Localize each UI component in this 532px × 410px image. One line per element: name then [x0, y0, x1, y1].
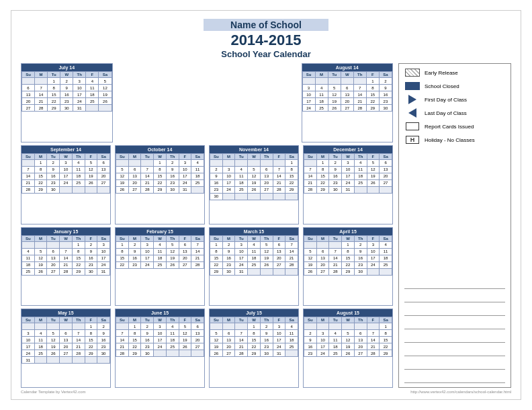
- calendar-day: 13: [316, 255, 329, 261]
- day-header: Su: [210, 317, 223, 323]
- day-header: Tu: [141, 153, 154, 159]
- calendar-day: 7: [72, 330, 85, 337]
- calendar-april-15: April 15SuMTuWThFSa123456789101112131415…: [303, 227, 393, 306]
- calendar-day: 8: [128, 330, 141, 337]
- calendar-day: [22, 78, 35, 85]
- day-header: Tu: [47, 317, 60, 323]
- calendar-row-4: May 15SuMTuWThFSa12345678910111213141516…: [21, 309, 393, 388]
- calendar-day: [353, 78, 366, 85]
- day-header: Th: [354, 153, 367, 159]
- calendar-day: 17: [342, 173, 355, 179]
- calendar-day: 1: [34, 159, 47, 166]
- calendar-header: October 14: [116, 146, 204, 153]
- calendar-grid: SuMTuWThFSa12345678910111213141516171819…: [21, 235, 110, 276]
- calendar-day: [99, 105, 112, 112]
- calendar-grid: SuMTuWThFSa12345678910111213141516171819…: [304, 235, 392, 276]
- calendar-day: 26: [166, 261, 179, 268]
- calendar-day: [248, 193, 261, 200]
- calendar-day: [235, 323, 248, 330]
- calendar-day: 6: [222, 330, 235, 337]
- calendar-day: 25: [86, 98, 99, 105]
- calendar-day: 2: [329, 159, 342, 166]
- calendar-day: 25: [154, 261, 167, 268]
- calendar-day: 23: [260, 343, 273, 350]
- calendar-day: 23: [304, 350, 317, 357]
- day-header: M: [128, 153, 141, 159]
- calendar-day: 6: [128, 166, 141, 173]
- day-header: Tu: [141, 317, 154, 323]
- calendar-day: 21: [60, 261, 73, 268]
- calendar-day: 25: [235, 186, 248, 193]
- legend-line-3: [404, 306, 505, 316]
- calendar-day: 19: [328, 98, 341, 105]
- calendar-day: 11: [166, 330, 179, 337]
- calendar-day: 22: [85, 343, 97, 350]
- calendar-header: August 15: [304, 309, 392, 317]
- calendar-day: 2: [97, 323, 110, 330]
- day-header: F: [273, 235, 285, 241]
- calendar-day: 4: [72, 159, 85, 166]
- calendar-day: [304, 241, 317, 248]
- calendar-day: 18: [191, 173, 204, 179]
- calendar-day: 20: [260, 179, 273, 186]
- calendar-day: 5: [342, 330, 355, 337]
- day-header: Sa: [97, 317, 110, 323]
- day-header: M: [128, 235, 141, 241]
- day-header: Su: [302, 72, 315, 78]
- calendar-day: 4: [166, 323, 179, 330]
- calendar-day: 16: [222, 255, 235, 261]
- calendar-day: 16: [354, 255, 367, 261]
- calendar-day: [260, 268, 273, 275]
- calendar-day: 22: [72, 261, 85, 268]
- calendar-day: [47, 357, 60, 364]
- calendar-day: 24: [179, 179, 191, 186]
- calendar-header: September 14: [21, 146, 110, 153]
- legend-early-release: Early Release: [404, 68, 505, 77]
- calendar-day: 26: [342, 350, 355, 357]
- day-header: Tu: [329, 153, 342, 159]
- calendar-day: 30: [166, 186, 179, 193]
- calendar-day: 3: [60, 159, 73, 166]
- calendar-day: [354, 323, 367, 330]
- outline-box-icon: [404, 122, 420, 131]
- legend-line-7: [404, 360, 505, 370]
- day-header: Tu: [235, 317, 248, 323]
- calendar-day: 13: [47, 255, 60, 261]
- calendar-day: 19: [342, 343, 355, 350]
- day-header: Tu: [141, 235, 154, 241]
- calendar-day: 22: [366, 98, 379, 105]
- day-header: W: [154, 317, 167, 323]
- calendar-day: 20: [47, 261, 60, 268]
- calendar-day: 9: [222, 248, 235, 255]
- calendar-day: 11: [354, 166, 367, 173]
- calendar-day: 29: [210, 268, 223, 275]
- calendar-day: 14: [191, 248, 204, 255]
- calendar-day: 6: [260, 166, 273, 173]
- calendar-day: 17: [97, 255, 110, 261]
- calendar-day: 14: [72, 337, 85, 343]
- calendar-october-14: October 14SuMTuWThFSa1234567891011121314…: [115, 145, 205, 224]
- legend-holiday-label: Holiday - No Classes: [425, 137, 475, 143]
- calendar-day: 5: [210, 330, 223, 337]
- calendar-day: 6: [47, 248, 60, 255]
- day-header: F: [179, 317, 191, 323]
- day-header: W: [60, 317, 73, 323]
- calendar-day: 9: [329, 166, 342, 173]
- calendar-header: December 14: [304, 146, 392, 153]
- calendar-day: 1: [366, 78, 379, 85]
- calendar-day: 5: [99, 78, 112, 85]
- calendar-day: 2: [260, 323, 273, 330]
- calendar-day: 13: [128, 173, 141, 179]
- calendar-day: 26: [34, 268, 47, 275]
- calendar-day: 29: [48, 105, 60, 112]
- day-header: Su: [116, 153, 129, 159]
- calendar-grid: SuMTuWThFSa12345678910111213141516171819…: [116, 235, 204, 269]
- day-header: Sa: [99, 72, 112, 78]
- day-header: Tu: [328, 72, 341, 78]
- calendar-day: 31: [22, 357, 35, 364]
- calendar-day: 18: [166, 337, 179, 343]
- calendar-day: 12: [116, 173, 129, 179]
- calendar-day: 18: [380, 255, 392, 261]
- day-header: W: [342, 317, 355, 323]
- calendar-day: 7: [367, 330, 380, 337]
